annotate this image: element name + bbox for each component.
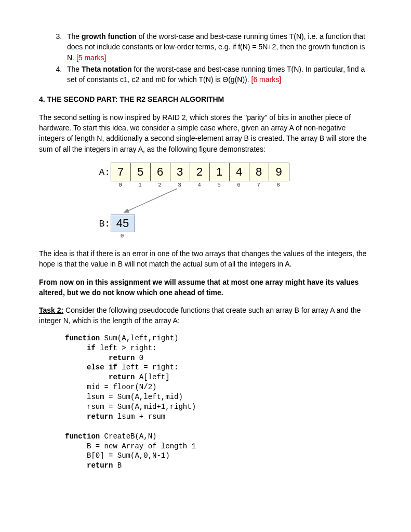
item3-prefix: The [67, 32, 82, 41]
list-item-3: The growth function of the worst-case an… [64, 31, 372, 63]
array-b-cell: 45 [111, 215, 135, 232]
array-b: 45 [111, 215, 135, 232]
array-a-cell: 9 [269, 163, 289, 181]
svg-line-0 [124, 189, 177, 212]
array-a-label: A: [99, 166, 111, 179]
array-a-cell: 4 [230, 163, 249, 181]
list-item-4: The Theta notation for the worst-case an… [64, 64, 372, 85]
array-a-cell: 1 [210, 163, 230, 181]
question-list: The growth function of the worst-case an… [54, 31, 372, 85]
task2-paragraph: Task 2: Consider the following pseudocod… [39, 305, 372, 326]
array-diagram: A: 7 5 6 3 2 1 4 8 9 0 1 2 3 4 5 6 7 8 B… [94, 163, 317, 243]
task2-label: Task 2: [39, 306, 63, 314]
item4-marks: [6 marks] [251, 75, 282, 84]
arrow-icon [115, 185, 188, 217]
array-a-cell: 8 [249, 163, 269, 181]
array-a-index: 7 [249, 181, 269, 190]
paragraph-3-bold: From now on in this assignment we will a… [39, 277, 372, 298]
array-a-cell: 3 [170, 163, 190, 181]
array-a-index: 4 [190, 181, 209, 190]
array-a-cell: 5 [131, 163, 151, 181]
array-a-cell: 7 [111, 163, 131, 181]
paragraph-1: The second setting is now inspired by RA… [39, 112, 372, 154]
item4-bold: Theta notation [82, 65, 131, 73]
item3-bold: growth function [82, 32, 137, 41]
array-a-cell: 2 [190, 163, 210, 181]
section-heading: 4. THE SECOND PART: THE R2 SEARCH ALGORI… [39, 94, 372, 104]
pseudocode-block: function Sum(A,left,right) if left > rig… [65, 334, 372, 471]
paragraph-2: The idea is that if there is an error in… [39, 248, 372, 270]
item3-marks: [5 marks] [76, 54, 107, 62]
array-a-index: 8 [269, 181, 288, 190]
array-a: 7 5 6 3 2 1 4 8 9 [111, 163, 289, 181]
array-b-index: 0 [111, 232, 134, 241]
array-a-index: 5 [209, 181, 229, 190]
array-a-index: 6 [229, 181, 249, 190]
task2-text: Consider the following pseudocode functi… [39, 306, 361, 325]
item4-prefix: The [67, 65, 82, 73]
array-b-label: B: [99, 217, 111, 231]
array-a-cell: 6 [151, 163, 170, 181]
